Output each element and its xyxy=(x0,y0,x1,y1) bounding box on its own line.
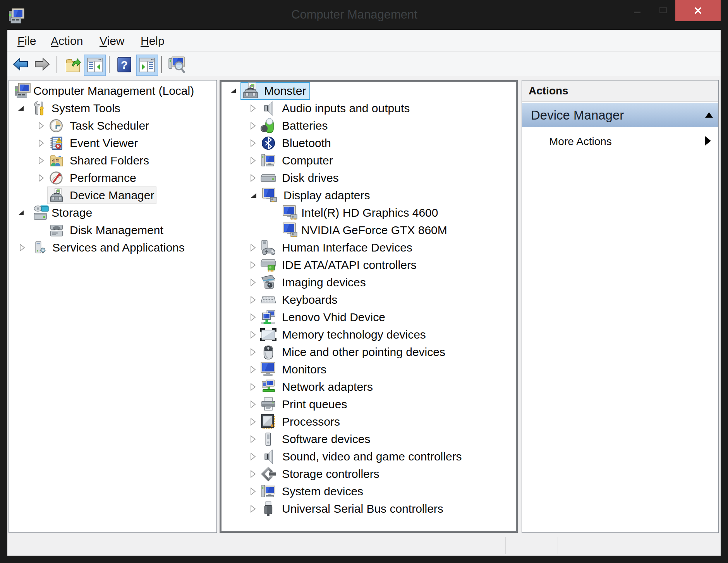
svg-text:?: ? xyxy=(121,58,128,71)
